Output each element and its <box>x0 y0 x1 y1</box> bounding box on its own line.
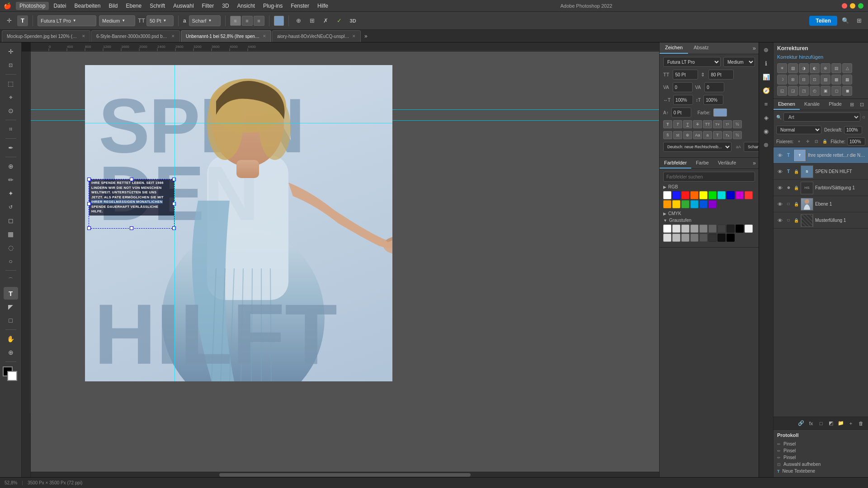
shape-tool[interactable]: □ <box>4 314 18 327</box>
korr-solidcolor-icon[interactable]: ◲ <box>788 86 798 96</box>
tab-0[interactable]: Mockup-Spenden.jpg bei 120% (RC... ✕ <box>2 30 90 42</box>
artboard-tool[interactable]: ⊡ <box>4 59 18 71</box>
menu-bild[interactable]: Bild <box>105 2 121 10</box>
menu-3d[interactable]: 3D <box>218 2 232 10</box>
za-language-select[interactable]: Deutsch: neue Rechtschreib... <box>663 142 731 152</box>
fix-artboard-icon[interactable]: ⊡ <box>813 138 819 145</box>
blend-mode-select[interactable]: Normal <box>776 126 821 134</box>
korr-curves-icon[interactable]: ◑ <box>799 63 809 73</box>
window-close[interactable] <box>842 3 847 9</box>
zoom-level[interactable]: 52,8% <box>5 480 17 485</box>
layer-type-filter[interactable]: Art <box>783 113 860 122</box>
menu-hilfe[interactable]: Hilfe <box>314 2 332 10</box>
zoom-tool[interactable]: ⊕ <box>4 346 18 359</box>
anti-alias-dropdown[interactable]: Scharf ▼ <box>189 15 221 26</box>
align-right-btn[interactable]: ≡ <box>254 16 264 26</box>
menu-plugins[interactable]: Plug-ins <box>259 2 286 10</box>
cmyk-arrow-icon[interactable]: ▶ <box>663 211 666 216</box>
korr-selectivecolor-icon[interactable]: ◱ <box>777 86 787 96</box>
layer-adjustment-btn[interactable]: ◩ <box>826 419 835 428</box>
panel-5-icon[interactable]: ≡ <box>761 99 772 109</box>
menu-photoshop[interactable]: Photoshop <box>16 2 49 10</box>
menu-filter[interactable]: Filter <box>198 2 218 10</box>
za-font-size-input[interactable] <box>673 70 698 80</box>
layer-item-4[interactable]: 👁 □ 🔒 Musterfüllung 1 <box>774 212 868 229</box>
menu-fenster[interactable]: Fenster <box>287 2 313 10</box>
korr-gradient-icon[interactable]: ◳ <box>799 86 809 96</box>
farbfelder-more-btn[interactable]: » <box>750 158 759 169</box>
swatch-magenta[interactable] <box>736 191 744 199</box>
move-tool[interactable]: ✛ <box>4 45 18 58</box>
za-ligature-icon[interactable]: ⊕ <box>683 131 692 139</box>
gray-swatch-7[interactable] <box>726 225 735 233</box>
menu-ebene[interactable]: Ebene <box>122 2 145 10</box>
swatch-orange[interactable] <box>690 191 698 199</box>
layer-mask-btn[interactable]: □ <box>816 419 826 428</box>
handle-bot-right[interactable] <box>172 226 176 230</box>
za-kerning-input[interactable] <box>673 82 693 92</box>
commit-type-icon[interactable]: ✓ <box>334 15 345 26</box>
handle-top-right[interactable] <box>172 178 176 181</box>
healing-tool[interactable]: ⊕ <box>4 160 18 173</box>
align-center-btn[interactable]: ≡ <box>242 16 253 26</box>
za-italic-icon[interactable]: T <box>673 120 682 128</box>
clone-stamp-tool[interactable]: ✦ <box>4 187 18 200</box>
proto-item-0[interactable]: ✏ Pinsel <box>777 441 864 447</box>
za-baseline-input[interactable] <box>671 108 691 117</box>
swatch-white[interactable] <box>663 191 671 199</box>
korr-hue-icon[interactable]: ▤ <box>831 63 841 73</box>
tab-3-close-icon[interactable]: ✕ <box>352 34 356 38</box>
korr-invert-icon[interactable]: ⊡ <box>810 75 820 84</box>
farbfelder-tab[interactable]: Farbfelder <box>660 158 691 169</box>
menu-bearbeiten[interactable]: Bearbeiten <box>71 2 104 10</box>
type-tool-active-icon[interactable]: T <box>17 15 28 26</box>
za-st-icon[interactable]: st <box>673 131 682 139</box>
swatch-green2[interactable] <box>681 200 689 208</box>
opacity-input[interactable] <box>844 126 862 134</box>
zeichen-tab[interactable]: Zeichen <box>660 42 688 54</box>
gray-swatch-4[interactable] <box>699 225 708 233</box>
options-icon[interactable]: ⊞ <box>307 15 318 26</box>
layer-eye-2[interactable]: 👁 <box>776 184 783 192</box>
za-more-btn[interactable]: » <box>750 42 759 54</box>
tab-2[interactable]: Unbenannt-1 bei 52,8% (Ihre spende rette… <box>181 30 271 42</box>
histogram-icon[interactable]: 📊 <box>761 71 772 82</box>
za-aa-select[interactable]: Scharf <box>744 142 759 152</box>
za-frac-icon[interactable]: ½ <box>733 120 742 128</box>
canvas-dimensions[interactable]: 3500 Px × 3500 Px (72 ppi) <box>28 480 82 485</box>
proto-item-1[interactable]: ✏ Pinsel <box>777 447 864 454</box>
korr-k7-icon[interactable]: ◼ <box>842 86 852 96</box>
proto-item-3[interactable]: ⊡ Auswahl aufheben <box>777 461 864 468</box>
hand-tool[interactable]: ✋ <box>4 333 18 345</box>
flaeche-input[interactable] <box>847 137 865 145</box>
menu-auswahl[interactable]: Auswahl <box>170 2 197 10</box>
swatch-blue[interactable] <box>672 191 680 199</box>
layer-item-3[interactable]: 👁 □ 🔒 Ebene 1 <box>774 196 868 212</box>
za-aa-icon[interactable]: Aa <box>693 131 702 139</box>
swatch-red[interactable] <box>681 191 689 199</box>
korrekturen-panel-icon[interactable]: ⊕ <box>761 44 772 55</box>
layer-eye-4[interactable]: 👁 <box>776 217 783 224</box>
fix-position-icon[interactable]: ⌖ <box>796 138 802 145</box>
h-scrollbar-thumb[interactable] <box>219 473 471 477</box>
layer-eye-1[interactable]: 👁 <box>776 168 783 175</box>
za-super-icon[interactable]: T¹ <box>723 120 732 128</box>
swatch-red2[interactable] <box>745 191 753 199</box>
move-tool-icon[interactable]: ✛ <box>4 15 14 26</box>
crop-tool[interactable]: ⌗ <box>4 123 18 136</box>
swatch-darkblue[interactable] <box>726 191 735 199</box>
handle-mid-right[interactable] <box>172 202 176 206</box>
swatch-cyan[interactable] <box>717 191 726 199</box>
korr-bw-icon[interactable]: ☽ <box>777 75 787 84</box>
eyedropper-tool[interactable]: ✒ <box>4 141 18 154</box>
text-box-overlay[interactable]: IHRE SPENDE RETTET LEBEN. SEIT 1986 LIND… <box>89 179 175 229</box>
pen-tool[interactable]: ⌒ <box>4 273 18 286</box>
layer-fx-btn[interactable]: fx <box>807 419 816 428</box>
korr-exposure-icon[interactable]: ◐ <box>810 63 820 73</box>
gray-swatch-11[interactable] <box>672 234 680 242</box>
apple-logo-icon[interactable]: 🍎 <box>4 2 11 9</box>
za-t-icon[interactable]: T <box>713 131 722 139</box>
path-selection-tool[interactable]: ◤ <box>4 300 18 313</box>
layer-group-btn[interactable]: 📁 <box>836 419 845 428</box>
menu-schrift[interactable]: Schrift <box>146 2 169 10</box>
